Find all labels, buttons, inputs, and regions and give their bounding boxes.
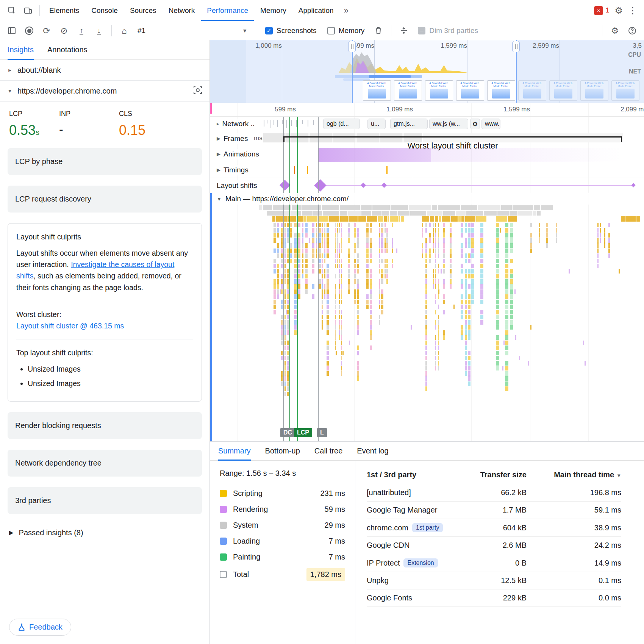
worst-cluster-link[interactable]: Layout shift cluster @ 463.15 ms <box>16 322 124 330</box>
lcp-badge[interactable]: LCP <box>294 428 312 437</box>
capture-settings-gear-icon[interactable]: ⚙ <box>607 23 623 38</box>
more-tabs-icon[interactable]: » <box>340 6 352 16</box>
metric-lcp[interactable]: LCP 0.53s <box>9 110 59 138</box>
insight-card-lcp-by-phase[interactable]: LCP by phase <box>8 148 202 175</box>
tab-memory[interactable]: Memory <box>255 0 292 21</box>
window-left-handle[interactable] <box>352 40 353 103</box>
layout-shift-diamond[interactable] <box>280 180 290 191</box>
filmstrip-thumbnail[interactable]: A Powerful Web. Made Easier. <box>549 80 577 101</box>
tab-application[interactable]: Application <box>293 0 339 21</box>
flame-chart[interactable] <box>210 205 644 434</box>
collapse-recording-icon[interactable] <box>396 23 412 38</box>
track-layout-shifts[interactable]: Layout shifts <box>210 178 644 193</box>
passed-insights-toggle[interactable]: ▶ Passed insights (8) <box>0 525 209 541</box>
main-track-header[interactable]: ▼ Main — https://developer.chrome.com/ <box>210 193 644 205</box>
gear-chip-icon[interactable]: ⚙ <box>470 119 480 129</box>
feedback-button[interactable]: Feedback <box>9 619 71 636</box>
save-profile-icon[interactable]: ↓ <box>91 23 107 38</box>
tab-call-tree[interactable]: Call tree <box>314 442 342 461</box>
tab-sources[interactable]: Sources <box>124 0 162 21</box>
filmstrip-thumbnail[interactable]: A Powerful Web. Made Easier. <box>363 80 391 101</box>
insight-card-render-blocking[interactable]: Render blocking requests <box>8 412 202 439</box>
filmstrip-thumbnail[interactable]: A Powerful Web. Made Easier. <box>425 80 453 101</box>
insight-card-lcp-request-discovery[interactable]: LCP request discovery <box>8 186 202 213</box>
metric-inp[interactable]: INP - <box>59 110 119 138</box>
window-right-handle[interactable] <box>516 40 517 103</box>
network-request-chip[interactable]: gtm.js... <box>390 119 428 129</box>
net-lane-label: NET <box>629 68 641 75</box>
insight-card-layout-shift-culprits[interactable]: Layout shift culprits Layout shifts occu… <box>8 223 202 402</box>
home-icon[interactable]: ⌂ <box>116 23 132 38</box>
dcl-marker-line <box>283 117 284 441</box>
tab-performance[interactable]: Performance <box>201 0 254 21</box>
dim-3rd-parties-toggle[interactable]: – Dim 3rd parties <box>413 27 483 35</box>
record-button[interactable] <box>21 23 37 38</box>
tab-summary[interactable]: Summary <box>218 442 251 461</box>
col-transfer-size[interactable]: Transfer size <box>443 466 527 484</box>
tab-annotations[interactable]: Annotations <box>47 40 88 60</box>
party-name: Google Fonts <box>367 594 412 602</box>
settings-gear-icon[interactable]: ⚙ <box>614 5 623 16</box>
filmstrip-thumbnail[interactable]: A Powerful Web. Made Easier. <box>518 80 546 101</box>
col-party[interactable]: 1st / 3rd party <box>367 466 443 484</box>
timeline-overview[interactable]: 1,000 ms 599 ms 1,599 ms 2,599 ms 3,5 CP… <box>210 40 644 103</box>
tab-insights[interactable]: Insights <box>8 40 34 60</box>
table-row[interactable]: chrome.com1st party 604 kB 38.9 ms <box>367 519 621 537</box>
garbage-collect-icon[interactable] <box>370 23 386 38</box>
tab-event-log[interactable]: Event log <box>357 442 388 461</box>
kebab-menu-icon[interactable]: ⋮ <box>628 5 637 16</box>
network-request-chip[interactable]: ww.js (w... <box>429 119 468 129</box>
table-row[interactable]: Unpkg 12.5 kB 0.1 ms <box>367 572 621 589</box>
navigation-row-blank[interactable]: ▸ about://blank <box>0 60 209 81</box>
filmstrip-thumbnail[interactable]: A Powerful Web. Made Easier. <box>487 80 515 101</box>
tab-bottom-up[interactable]: Bottom-up <box>265 442 300 461</box>
history-select[interactable]: #1 ▼ <box>134 24 251 38</box>
memory-checkbox[interactable]: Memory <box>323 27 369 35</box>
screenshots-checkbox[interactable]: ✓ Screenshots <box>261 27 321 35</box>
network-request-chip[interactable]: ogb (d... <box>323 119 360 129</box>
table-row[interactable]: Google Fonts 229 kB 0.0 ms <box>367 589 621 607</box>
toggle-panel-icon[interactable] <box>4 23 20 38</box>
network-request-chip[interactable]: www... <box>481 119 500 129</box>
cpu-activity-chart <box>339 51 467 73</box>
filmstrip-thumbnail[interactable]: A Powerful Web. Made Easier. <box>611 80 639 101</box>
reload-record-icon[interactable]: ⟳ <box>39 23 55 38</box>
screenshot-preview-icon[interactable] <box>193 85 203 97</box>
filmstrip-thumbnail[interactable]: A Powerful Web. Made Easier. <box>394 80 422 101</box>
loading-swatch <box>220 538 227 545</box>
lcp-marker-line <box>297 117 298 441</box>
timeline-detail[interactable]: 599 ms 1,099 ms 1,599 ms 2,099 ms ▸Netwo… <box>210 103 644 441</box>
layout-shift-diamond[interactable] <box>381 183 387 188</box>
error-badge[interactable]: × 1 <box>594 6 609 15</box>
table-row[interactable]: [unattributed] 66.2 kB 196.8 ms <box>367 484 621 502</box>
clear-icon[interactable]: ⊘ <box>56 23 72 38</box>
navigation-row-site[interactable]: ▾ https://developer.chrome.com <box>0 81 209 102</box>
tab-console[interactable]: Console <box>86 0 123 21</box>
track-network[interactable]: ▸Network .. ogb (d... u... gtm.js... ww.… <box>210 117 644 131</box>
help-icon[interactable] <box>624 23 640 38</box>
metric-cls[interactable]: CLS 0.15 <box>119 110 179 138</box>
filmstrip-thumbnail[interactable]: A Powerful Web. Made Easier. <box>456 80 484 101</box>
tab-network[interactable]: Network <box>163 0 201 21</box>
dcl-badge[interactable]: DC <box>280 428 295 437</box>
sidebar-tabs: Insights Annotations <box>0 40 209 60</box>
filmstrip-thumbnail[interactable]: A Powerful Web. Made Easier. <box>580 80 608 101</box>
tab-elements[interactable]: Elements <box>44 0 85 21</box>
device-toolbar-icon[interactable] <box>20 3 36 18</box>
network-request-chip[interactable]: u... <box>367 119 386 129</box>
inspect-element-icon[interactable] <box>5 3 20 18</box>
table-row[interactable]: Google CDN 2.6 MB 24.2 ms <box>367 537 621 554</box>
table-row[interactable]: IP ProtectExtension 0 B 14.9 ms <box>367 554 621 572</box>
load-profile-icon[interactable]: ↑ <box>73 23 89 38</box>
load-badge[interactable]: L <box>317 428 327 437</box>
layout-shift-diamond[interactable] <box>361 183 366 188</box>
layout-shift-diamond[interactable] <box>631 183 635 187</box>
table-row[interactable]: Google Tag Manager 1.7 MB 59.1 ms <box>367 502 621 519</box>
layout-shift-diamond[interactable] <box>314 179 327 192</box>
chevron-right-icon: ▶ <box>217 151 220 157</box>
track-timings[interactable]: ▶Timings <box>210 162 644 178</box>
insight-card-3rd-parties[interactable]: 3rd parties <box>8 487 202 514</box>
total-value: 1,782 ms <box>306 568 345 581</box>
col-main-thread-time[interactable]: Main thread time▼ <box>527 466 621 484</box>
insight-card-network-dependency-tree[interactable]: Network dependency tree <box>8 450 202 477</box>
